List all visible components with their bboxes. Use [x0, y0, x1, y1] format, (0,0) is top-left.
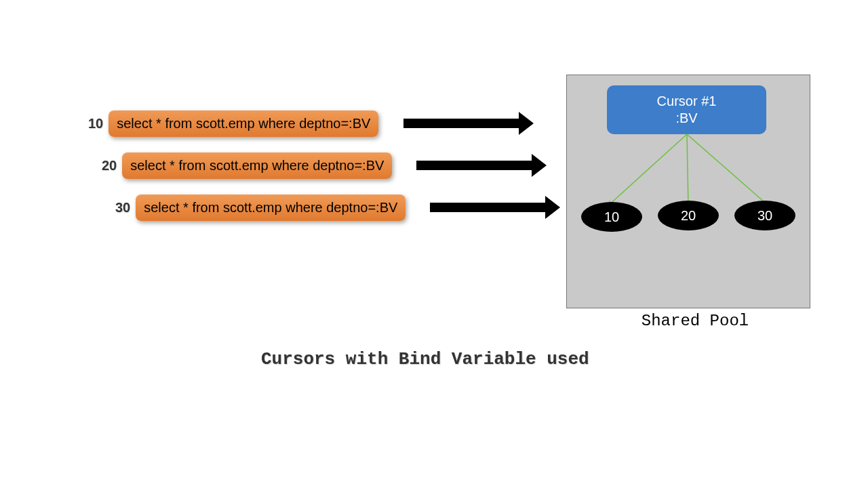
diagram-caption: Cursors with Bind Variable used [261, 349, 589, 369]
bind-value-ellipse: 10 [581, 202, 642, 232]
query-number: 20 [102, 158, 117, 174]
query-row: 30 select * from scott.emp where deptno=… [115, 195, 406, 221]
arrow-icon [416, 161, 532, 170]
bind-value-ellipse: 30 [734, 201, 795, 230]
cursor-bind: :BV [675, 110, 697, 127]
shared-pool-label: Shared Pool [634, 312, 756, 330]
cursor-box: Cursor #1 :BV [607, 85, 766, 134]
query-sql-box: select * from scott.emp where deptno=:BV [136, 195, 406, 221]
bind-value-text: 10 [604, 209, 619, 225]
query-number: 30 [115, 200, 130, 216]
query-number: 10 [88, 116, 103, 131]
query-sql-box: select * from scott.emp where deptno=:BV [122, 152, 392, 179]
arrow-icon [430, 203, 545, 212]
query-sql-box: select * from scott.emp where deptno=:BV [108, 110, 378, 137]
arrow-icon [403, 119, 519, 128]
query-row: 10 select * from scott.emp where deptno=… [88, 110, 378, 137]
query-row: 20 select * from scott.emp where deptno=… [102, 152, 392, 179]
cursor-title: Cursor #1 [657, 93, 717, 110]
bind-value-text: 30 [757, 208, 772, 224]
bind-value-text: 20 [681, 208, 696, 224]
bind-value-ellipse: 20 [658, 201, 719, 230]
